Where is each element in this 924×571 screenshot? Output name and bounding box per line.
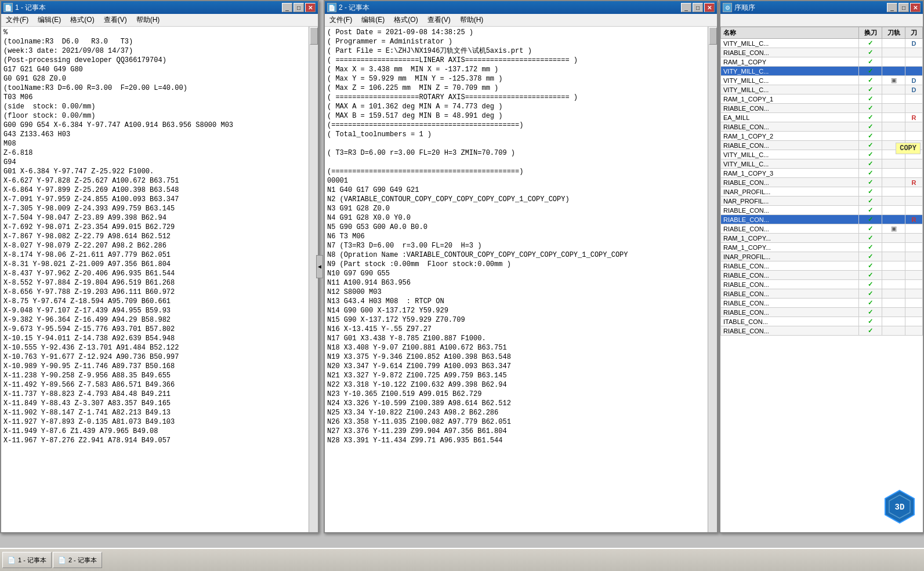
op-name: RAM_1_COPY...: [721, 234, 859, 243]
maximize-btn-1[interactable]: □: [293, 3, 304, 12]
menu-view-2[interactable]: 查看(V): [423, 14, 455, 26]
menu-edit-1[interactable]: 编辑(E): [33, 14, 66, 26]
table-row[interactable]: RAM_1_COPY...✓: [721, 234, 923, 243]
titlebar-1: 📄 1 - 记事本 _ □ ✕: [1, 1, 318, 14]
notepad-window-2[interactable]: 📄 2 - 记事本 _ □ ✕ 文件(F) 编辑(E) 格式(O) 查看(V) …: [324, 0, 718, 533]
table-row[interactable]: VITY_MILL_C...✓▣D: [721, 76, 923, 85]
table-row[interactable]: RIABLE_CON...✓: [721, 122, 923, 132]
table-row[interactable]: RIABLE_CON...✓▣: [721, 224, 923, 234]
op-name: RIABLE_CON...: [721, 308, 859, 317]
table-row[interactable]: ITABLE_CON...✓: [721, 317, 923, 326]
scrollbar-thumb-1[interactable]: [310, 27, 318, 45]
op-flag: [905, 187, 923, 197]
content-area-3: COPY 名称 换刀 刀轨 刀 VITY_MILL_C...✓DRIABLE_C…: [720, 27, 923, 532]
menu-help-1[interactable]: 帮助(H): [132, 14, 165, 26]
menu-view-1[interactable]: 查看(V): [99, 14, 132, 26]
op-name: RIABLE_CON...: [721, 215, 859, 224]
maximize-btn-2[interactable]: □: [693, 3, 703, 12]
table-row[interactable]: RAM_1_COPY_3✓: [721, 169, 923, 178]
table-row[interactable]: RIABLE_CON...✓: [721, 308, 923, 317]
table-row[interactable]: RAM_1_COPY_1✓: [721, 94, 923, 104]
minimize-btn-3[interactable]: _: [887, 3, 897, 12]
task-btn-1[interactable]: 📄 1 - 记事本: [2, 552, 52, 568]
table-row[interactable]: INAR_PROFIL...✓: [721, 252, 923, 261]
op-path: [882, 261, 905, 271]
table-row[interactable]: RIABLE_CON...✓: [721, 104, 923, 113]
collapse-btn-1[interactable]: ◀: [316, 255, 323, 278]
check-icon: ✓: [868, 77, 873, 83]
table-row[interactable]: VITY_MILL_C...✓: [721, 67, 923, 76]
table-row[interactable]: RAM_1_COPY_2✓: [721, 132, 923, 141]
titlebar-3: ⚙ 序顺序 _ □ ✕: [720, 1, 923, 14]
task-icon-2: 📄: [58, 557, 66, 564]
check-icon: ✓: [868, 253, 873, 260]
operation-panel[interactable]: ⚙ 序顺序 _ □ ✕ COPY 名称 换刀 刀轨 刀 VITY_MILL_C.…: [719, 0, 924, 533]
op-tool-change: ✓: [859, 206, 882, 215]
table-row[interactable]: RIABLE_CON...✓: [721, 48, 923, 57]
notepad-window-1[interactable]: 📄 1 - 记事本 _ □ ✕ 文件(F) 编辑(E) 格式(O) 查看(V) …: [0, 0, 319, 533]
text-content-2[interactable]: ( Post Date = 2021-09-08 14:38:25 ) ( Pr…: [325, 27, 708, 532]
check-icon: ✓: [868, 281, 873, 288]
table-row[interactable]: RIABLE_CON...✓R: [721, 141, 923, 150]
menu-file-2[interactable]: 文件(F): [325, 14, 357, 26]
table-row[interactable]: RIABLE_CON...✓: [721, 289, 923, 299]
menu-edit-2[interactable]: 编辑(E): [357, 14, 389, 26]
op-name: INAR_PROFIL...: [721, 252, 859, 261]
op-tool-change: ✓: [859, 243, 882, 252]
menu-format-1[interactable]: 格式(O): [66, 14, 99, 26]
table-row[interactable]: RAM_1_COPY...✓: [721, 243, 923, 252]
table-row[interactable]: RIABLE_CON...✓: [721, 326, 923, 336]
scrollbar-1[interactable]: [309, 27, 318, 532]
table-row[interactable]: NAR_PROFIL...✓: [721, 197, 923, 206]
menubar-2: 文件(F) 编辑(E) 格式(O) 查看(V) 帮助(H): [325, 14, 717, 27]
table-row[interactable]: RAM_1_COPY✓: [721, 57, 923, 67]
op-flag: [905, 224, 923, 234]
op-name: RIABLE_CON...: [721, 224, 859, 234]
op-path: [882, 85, 905, 94]
op-name: RAM_1_COPY_2: [721, 132, 859, 141]
op-tool-change: ✓: [859, 39, 882, 48]
menu-format-2[interactable]: 格式(O): [389, 14, 422, 26]
op-name: EA_MILL: [721, 113, 859, 122]
table-row[interactable]: VITY_MILL_C...✓: [721, 159, 923, 169]
op-name: RAM_1_COPY: [721, 57, 859, 67]
close-btn-2[interactable]: ✕: [704, 3, 715, 12]
op-path: [882, 289, 905, 299]
close-btn-1[interactable]: ✕: [305, 3, 316, 12]
check-icon: ✓: [868, 327, 873, 334]
table-row[interactable]: EA_MILL✓R: [721, 113, 923, 122]
op-name: ITABLE_CON...: [721, 317, 859, 326]
table-row[interactable]: RIABLE_CON...✓R: [721, 178, 923, 187]
op-tool-change: ✓: [859, 308, 882, 317]
task-btn-2[interactable]: 📄 2 - 记事本: [53, 552, 102, 568]
op-path: [882, 104, 905, 113]
menu-file-1[interactable]: 文件(F): [1, 14, 33, 26]
table-row[interactable]: VITY_MILL_C...✓: [721, 150, 923, 159]
op-name: VITY_MILL_C...: [721, 67, 859, 76]
table-row[interactable]: VITY_MILL_C...✓D: [721, 85, 923, 94]
op-tool-change: ✓: [859, 48, 882, 57]
taskbar: 📄 1 - 记事本 📄 2 - 记事本: [0, 548, 924, 571]
menu-help-2[interactable]: 帮助(H): [455, 14, 488, 26]
op-name: RIABLE_CON...: [721, 289, 859, 299]
op-tool-change: ✓: [859, 113, 882, 122]
check-icon: ✓: [868, 179, 873, 186]
table-row[interactable]: RIABLE_CON...✓: [721, 271, 923, 280]
table-row[interactable]: RIABLE_CON...✓: [721, 261, 923, 271]
table-row[interactable]: RIABLE_CON...✓: [721, 280, 923, 289]
check-icon: ✓: [868, 123, 873, 130]
table-row[interactable]: INAR_PROFIL...✓: [721, 187, 923, 197]
text-content-1[interactable]: % (toolname:R3 D6.0 R3.0 T3) (week:3 dat…: [1, 27, 309, 532]
maximize-btn-3[interactable]: □: [898, 3, 909, 12]
op-name: VITY_MILL_C...: [721, 85, 859, 94]
table-row[interactable]: RIABLE_CON...✓: [721, 206, 923, 215]
minimize-btn-2[interactable]: _: [681, 3, 691, 12]
table-row[interactable]: RIABLE_CON...✓R: [721, 215, 923, 224]
scrollbar-2[interactable]: [708, 27, 717, 532]
minimize-btn-1[interactable]: _: [282, 3, 292, 12]
scrollbar-thumb-2[interactable]: [709, 27, 717, 45]
table-row[interactable]: VITY_MILL_C...✓D: [721, 39, 923, 48]
table-row[interactable]: RIABLE_CON...✓: [721, 299, 923, 308]
close-btn-3[interactable]: ✕: [910, 3, 921, 12]
op-path: [882, 234, 905, 243]
